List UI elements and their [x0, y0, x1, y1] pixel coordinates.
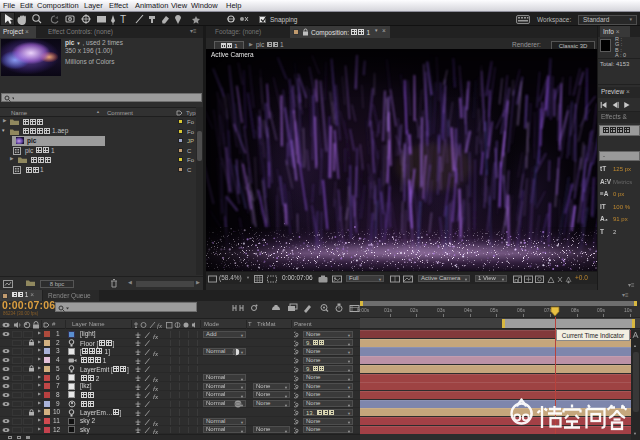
svg-text:fx: fx [153, 393, 159, 400]
svg-text:fx: fx [153, 384, 159, 391]
svg-text:fx: fx [157, 322, 163, 329]
svg-text:T: T [120, 14, 126, 25]
svg-text:fx: fx [153, 349, 159, 356]
svg-text:fx: fx [153, 419, 159, 426]
svg-text:fx: fx [153, 428, 159, 435]
svg-text:fx: fx [153, 376, 159, 383]
svg-text:fx: fx [153, 332, 159, 339]
